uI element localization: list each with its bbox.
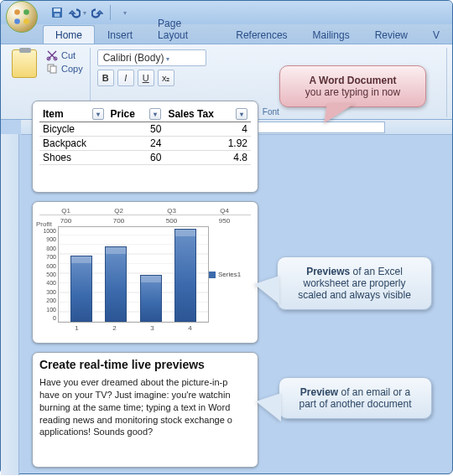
q-label: Q3 bbox=[145, 207, 198, 215]
tab-page-layout[interactable]: Page Layout bbox=[145, 13, 223, 44]
scissors-icon bbox=[46, 49, 58, 61]
q-label: Q1 bbox=[39, 207, 92, 215]
bold-button[interactable]: B bbox=[97, 70, 114, 86]
tab-insert[interactable]: Insert bbox=[95, 25, 145, 44]
cut-label: Cut bbox=[61, 50, 76, 60]
filter-tax[interactable]: ▾ bbox=[236, 108, 247, 120]
callout-text: you are typing in now bbox=[305, 86, 400, 98]
tab-mailings[interactable]: Mailings bbox=[300, 25, 362, 44]
quick-access-toolbar bbox=[48, 3, 133, 22]
underline-button[interactable]: U bbox=[138, 70, 154, 86]
copy-button[interactable]: Copy bbox=[46, 63, 83, 75]
filter-item[interactable]: ▾ bbox=[92, 108, 104, 120]
copy-label: Copy bbox=[61, 64, 83, 74]
col-price: Price bbox=[111, 108, 135, 120]
tab-references[interactable]: References bbox=[223, 25, 299, 44]
chart-plot bbox=[58, 226, 209, 323]
ribbon-tabs: Home Insert Page Layout References Maili… bbox=[1, 24, 452, 44]
italic-button[interactable]: I bbox=[117, 70, 134, 86]
font-name-combo[interactable]: Calibri (Body) bbox=[97, 49, 206, 66]
article-body: Have you ever dreamed about the picture-… bbox=[39, 376, 251, 438]
svg-point-1 bbox=[23, 9, 29, 15]
callout-bold: Previews bbox=[306, 266, 350, 277]
qat-customize[interactable] bbox=[114, 3, 133, 22]
chart-bar bbox=[105, 246, 127, 322]
chart-bar bbox=[174, 229, 196, 322]
x-axis: 1234 bbox=[39, 324, 251, 332]
callout-email-preview: Preview of an email or a part of another… bbox=[279, 377, 432, 419]
tab-home[interactable]: Home bbox=[43, 25, 95, 44]
tab-v[interactable]: V bbox=[420, 25, 452, 44]
q-label: Q4 bbox=[198, 207, 251, 215]
filter-price[interactable]: ▾ bbox=[149, 108, 161, 120]
paste-icon bbox=[12, 49, 37, 78]
paste-button[interactable] bbox=[8, 49, 41, 106]
callout-excel-preview: Previews of an Excel worksheet are prope… bbox=[277, 256, 432, 310]
title-bar bbox=[1, 1, 452, 24]
q-label: Q2 bbox=[92, 207, 145, 215]
svg-point-2 bbox=[14, 18, 20, 24]
chart-bar bbox=[140, 275, 162, 323]
table-row: Shoes604.8 bbox=[39, 151, 251, 165]
col-tax: Sales Tax bbox=[168, 108, 213, 120]
table-row: Backpack241.92 bbox=[39, 137, 251, 151]
redo-button[interactable] bbox=[88, 3, 107, 22]
vertical-ruler[interactable] bbox=[1, 134, 19, 475]
profit-label: Profit bbox=[36, 220, 52, 228]
document-text-preview: Create real-time live previews Have you … bbox=[32, 352, 258, 468]
callout-bold: Preview bbox=[300, 386, 338, 398]
tab-review[interactable]: Review bbox=[362, 25, 420, 44]
svg-rect-5 bbox=[54, 8, 60, 12]
svg-rect-10 bbox=[50, 66, 56, 73]
undo-button[interactable] bbox=[68, 3, 86, 22]
callout-bold: A Word Document bbox=[310, 75, 397, 86]
cut-button[interactable]: Cut bbox=[46, 49, 83, 61]
chart-bar bbox=[70, 256, 92, 322]
callout-word-doc: A Word Document you are typing in now bbox=[279, 65, 426, 107]
svg-rect-6 bbox=[55, 13, 60, 17]
svg-point-0 bbox=[14, 9, 20, 15]
copy-icon bbox=[46, 63, 58, 75]
data-table: Item▾ Price▾ Sales Tax▾ Bicycle504 Backp… bbox=[39, 106, 251, 165]
y-axis: 10009008007006005004003002001000 bbox=[39, 226, 58, 323]
col-item: Item bbox=[43, 108, 64, 120]
table-row: Bicycle504 bbox=[39, 122, 251, 137]
office-button[interactable] bbox=[6, 1, 38, 33]
excel-chart-preview: Q1 Q2 Q3 Q4 Profit 700 700 500 950 10009… bbox=[32, 201, 258, 344]
article-title: Create real-time live previews bbox=[39, 358, 251, 371]
chart-legend: Series1 bbox=[209, 271, 251, 278]
subscript-button[interactable]: x₂ bbox=[158, 70, 174, 86]
save-button[interactable] bbox=[48, 3, 66, 22]
svg-point-3 bbox=[23, 18, 29, 24]
excel-table-preview: Item▾ Price▾ Sales Tax▾ Bicycle504 Backp… bbox=[32, 101, 258, 193]
